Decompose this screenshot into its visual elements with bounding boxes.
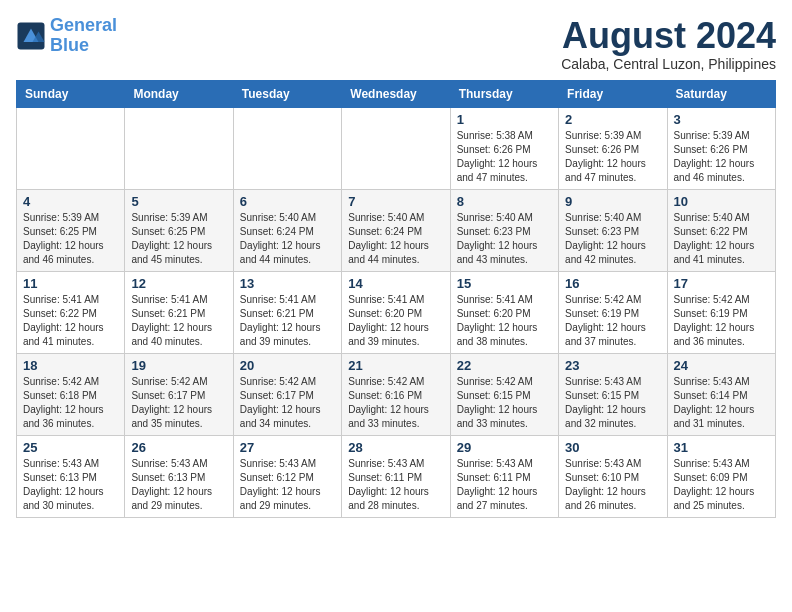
calendar-cell: 25Sunrise: 5:43 AM Sunset: 6:13 PM Dayli… (17, 435, 125, 517)
day-info: Sunrise: 5:38 AM Sunset: 6:26 PM Dayligh… (457, 129, 552, 185)
day-info: Sunrise: 5:39 AM Sunset: 6:26 PM Dayligh… (565, 129, 660, 185)
day-number: 6 (240, 194, 335, 209)
day-info: Sunrise: 5:42 AM Sunset: 6:17 PM Dayligh… (131, 375, 226, 431)
day-info: Sunrise: 5:41 AM Sunset: 6:22 PM Dayligh… (23, 293, 118, 349)
day-number: 9 (565, 194, 660, 209)
day-number: 23 (565, 358, 660, 373)
day-number: 10 (674, 194, 769, 209)
calendar-cell: 16Sunrise: 5:42 AM Sunset: 6:19 PM Dayli… (559, 271, 667, 353)
day-info: Sunrise: 5:43 AM Sunset: 6:13 PM Dayligh… (131, 457, 226, 513)
day-info: Sunrise: 5:43 AM Sunset: 6:11 PM Dayligh… (457, 457, 552, 513)
week-row-5: 25Sunrise: 5:43 AM Sunset: 6:13 PM Dayli… (17, 435, 776, 517)
calendar-cell: 10Sunrise: 5:40 AM Sunset: 6:22 PM Dayli… (667, 189, 775, 271)
day-number: 4 (23, 194, 118, 209)
day-number: 28 (348, 440, 443, 455)
week-row-2: 4Sunrise: 5:39 AM Sunset: 6:25 PM Daylig… (17, 189, 776, 271)
column-header-wednesday: Wednesday (342, 80, 450, 107)
day-number: 21 (348, 358, 443, 373)
header-row: SundayMondayTuesdayWednesdayThursdayFrid… (17, 80, 776, 107)
title-area: August 2024 Calaba, Central Luzon, Phili… (561, 16, 776, 72)
page-header: General Blue August 2024 Calaba, Central… (16, 16, 776, 72)
calendar-cell: 30Sunrise: 5:43 AM Sunset: 6:10 PM Dayli… (559, 435, 667, 517)
day-info: Sunrise: 5:40 AM Sunset: 6:22 PM Dayligh… (674, 211, 769, 267)
day-info: Sunrise: 5:43 AM Sunset: 6:11 PM Dayligh… (348, 457, 443, 513)
day-info: Sunrise: 5:42 AM Sunset: 6:19 PM Dayligh… (674, 293, 769, 349)
calendar-cell: 3Sunrise: 5:39 AM Sunset: 6:26 PM Daylig… (667, 107, 775, 189)
day-number: 11 (23, 276, 118, 291)
calendar-cell (233, 107, 341, 189)
day-number: 30 (565, 440, 660, 455)
calendar-cell (17, 107, 125, 189)
calendar-cell: 15Sunrise: 5:41 AM Sunset: 6:20 PM Dayli… (450, 271, 558, 353)
day-number: 8 (457, 194, 552, 209)
day-number: 18 (23, 358, 118, 373)
day-number: 14 (348, 276, 443, 291)
day-info: Sunrise: 5:42 AM Sunset: 6:16 PM Dayligh… (348, 375, 443, 431)
calendar-cell: 26Sunrise: 5:43 AM Sunset: 6:13 PM Dayli… (125, 435, 233, 517)
logo-text: General Blue (50, 16, 117, 56)
calendar-cell: 6Sunrise: 5:40 AM Sunset: 6:24 PM Daylig… (233, 189, 341, 271)
calendar-cell: 5Sunrise: 5:39 AM Sunset: 6:25 PM Daylig… (125, 189, 233, 271)
calendar-cell: 9Sunrise: 5:40 AM Sunset: 6:23 PM Daylig… (559, 189, 667, 271)
day-number: 13 (240, 276, 335, 291)
day-info: Sunrise: 5:40 AM Sunset: 6:24 PM Dayligh… (348, 211, 443, 267)
calendar-cell: 21Sunrise: 5:42 AM Sunset: 6:16 PM Dayli… (342, 353, 450, 435)
day-number: 22 (457, 358, 552, 373)
column-header-sunday: Sunday (17, 80, 125, 107)
day-number: 7 (348, 194, 443, 209)
column-header-friday: Friday (559, 80, 667, 107)
calendar-cell: 19Sunrise: 5:42 AM Sunset: 6:17 PM Dayli… (125, 353, 233, 435)
day-number: 17 (674, 276, 769, 291)
calendar-cell: 2Sunrise: 5:39 AM Sunset: 6:26 PM Daylig… (559, 107, 667, 189)
calendar-table: SundayMondayTuesdayWednesdayThursdayFrid… (16, 80, 776, 518)
location-subtitle: Calaba, Central Luzon, Philippines (561, 56, 776, 72)
day-number: 26 (131, 440, 226, 455)
week-row-3: 11Sunrise: 5:41 AM Sunset: 6:22 PM Dayli… (17, 271, 776, 353)
week-row-1: 1Sunrise: 5:38 AM Sunset: 6:26 PM Daylig… (17, 107, 776, 189)
calendar-cell: 17Sunrise: 5:42 AM Sunset: 6:19 PM Dayli… (667, 271, 775, 353)
month-title: August 2024 (561, 16, 776, 56)
day-number: 1 (457, 112, 552, 127)
day-info: Sunrise: 5:42 AM Sunset: 6:17 PM Dayligh… (240, 375, 335, 431)
day-number: 20 (240, 358, 335, 373)
day-info: Sunrise: 5:39 AM Sunset: 6:26 PM Dayligh… (674, 129, 769, 185)
week-row-4: 18Sunrise: 5:42 AM Sunset: 6:18 PM Dayli… (17, 353, 776, 435)
calendar-cell: 29Sunrise: 5:43 AM Sunset: 6:11 PM Dayli… (450, 435, 558, 517)
day-info: Sunrise: 5:39 AM Sunset: 6:25 PM Dayligh… (23, 211, 118, 267)
day-info: Sunrise: 5:41 AM Sunset: 6:20 PM Dayligh… (348, 293, 443, 349)
calendar-cell: 28Sunrise: 5:43 AM Sunset: 6:11 PM Dayli… (342, 435, 450, 517)
day-number: 2 (565, 112, 660, 127)
day-number: 16 (565, 276, 660, 291)
column-header-monday: Monday (125, 80, 233, 107)
day-info: Sunrise: 5:41 AM Sunset: 6:20 PM Dayligh… (457, 293, 552, 349)
day-info: Sunrise: 5:40 AM Sunset: 6:24 PM Dayligh… (240, 211, 335, 267)
day-number: 5 (131, 194, 226, 209)
day-info: Sunrise: 5:42 AM Sunset: 6:18 PM Dayligh… (23, 375, 118, 431)
calendar-cell: 11Sunrise: 5:41 AM Sunset: 6:22 PM Dayli… (17, 271, 125, 353)
day-number: 29 (457, 440, 552, 455)
calendar-cell: 13Sunrise: 5:41 AM Sunset: 6:21 PM Dayli… (233, 271, 341, 353)
calendar-cell (342, 107, 450, 189)
day-info: Sunrise: 5:43 AM Sunset: 6:15 PM Dayligh… (565, 375, 660, 431)
day-number: 27 (240, 440, 335, 455)
day-info: Sunrise: 5:43 AM Sunset: 6:09 PM Dayligh… (674, 457, 769, 513)
column-header-saturday: Saturday (667, 80, 775, 107)
calendar-cell: 4Sunrise: 5:39 AM Sunset: 6:25 PM Daylig… (17, 189, 125, 271)
day-info: Sunrise: 5:42 AM Sunset: 6:15 PM Dayligh… (457, 375, 552, 431)
column-header-tuesday: Tuesday (233, 80, 341, 107)
day-number: 12 (131, 276, 226, 291)
day-info: Sunrise: 5:43 AM Sunset: 6:14 PM Dayligh… (674, 375, 769, 431)
day-number: 3 (674, 112, 769, 127)
calendar-cell: 23Sunrise: 5:43 AM Sunset: 6:15 PM Dayli… (559, 353, 667, 435)
day-info: Sunrise: 5:43 AM Sunset: 6:10 PM Dayligh… (565, 457, 660, 513)
day-info: Sunrise: 5:39 AM Sunset: 6:25 PM Dayligh… (131, 211, 226, 267)
calendar-cell: 14Sunrise: 5:41 AM Sunset: 6:20 PM Dayli… (342, 271, 450, 353)
day-number: 19 (131, 358, 226, 373)
calendar-cell: 12Sunrise: 5:41 AM Sunset: 6:21 PM Dayli… (125, 271, 233, 353)
day-info: Sunrise: 5:40 AM Sunset: 6:23 PM Dayligh… (565, 211, 660, 267)
column-header-thursday: Thursday (450, 80, 558, 107)
logo: General Blue (16, 16, 117, 56)
calendar-cell: 27Sunrise: 5:43 AM Sunset: 6:12 PM Dayli… (233, 435, 341, 517)
day-number: 24 (674, 358, 769, 373)
calendar-cell: 31Sunrise: 5:43 AM Sunset: 6:09 PM Dayli… (667, 435, 775, 517)
